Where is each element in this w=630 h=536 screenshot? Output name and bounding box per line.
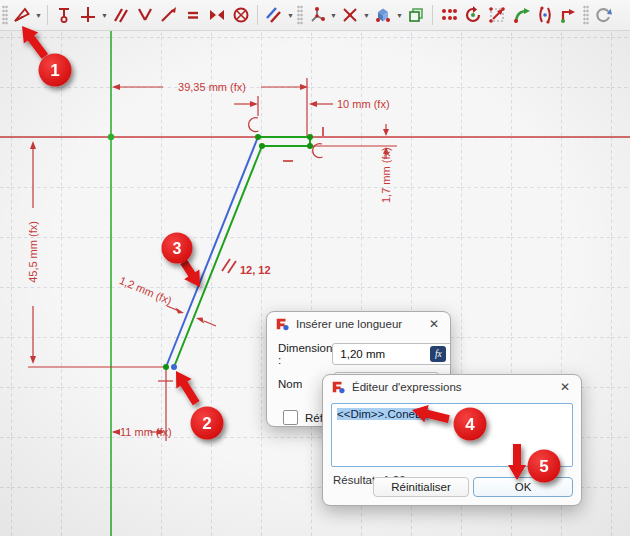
constrain-equal-icon[interactable] xyxy=(181,2,205,28)
rectangular-array-icon[interactable] xyxy=(437,2,461,28)
dimension-dropdown-icon[interactable]: ▼ xyxy=(34,2,43,28)
dimension-label-bottom-offset[interactable]: 11 mm (fx) xyxy=(120,426,172,438)
toolbar-separator xyxy=(47,5,48,25)
result-label: Résultat xyxy=(333,474,375,486)
close-icon[interactable]: ✕ xyxy=(426,316,442,332)
dimension-value: 1,20 mm xyxy=(340,348,430,360)
carbon-copy-icon[interactable] xyxy=(404,2,428,28)
dimension-label-left-height[interactable]: 45,5 mm (fx) xyxy=(27,221,39,283)
coincident-tools-icon[interactable] xyxy=(305,2,329,28)
toolbar-grip[interactable] xyxy=(583,5,589,25)
freecad-logo-icon xyxy=(275,317,289,331)
construction-point[interactable] xyxy=(171,364,177,370)
dimension-label-top-width[interactable]: 39,35 mm (fx) xyxy=(178,81,246,93)
toggle-construction-icon[interactable] xyxy=(262,2,286,28)
polar-transform-icon[interactable] xyxy=(461,2,485,28)
ok-button[interactable]: OK xyxy=(473,477,573,497)
toolbar-separator xyxy=(432,5,433,25)
close-icon[interactable]: ✕ xyxy=(557,379,573,395)
expression-input[interactable]: <<Dim>>.ConeEp xyxy=(331,403,573,467)
symmetry-icon[interactable] xyxy=(533,2,557,28)
reference-checkbox[interactable] xyxy=(283,410,298,425)
dimension-row: Dimension : 1,20 mm fx ▲ ▼ xyxy=(278,342,439,366)
construction-dropdown-icon[interactable]: ▼ xyxy=(286,2,295,28)
constrain-angle-icon[interactable] xyxy=(133,2,157,28)
refresh-icon[interactable] xyxy=(591,2,615,28)
dialog-title: Éditeur d'expressions xyxy=(352,381,550,393)
expression-fx-button[interactable]: fx xyxy=(430,346,446,362)
horizontal-vertical-dropdown-icon[interactable]: ▼ xyxy=(100,2,109,28)
trim-edge-icon[interactable] xyxy=(338,2,362,28)
dimension-input[interactable]: 1,20 mm fx xyxy=(332,343,451,365)
expression-editor-dialog: Éditeur d'expressions ✕ <<Dim>>.ConeEp R… xyxy=(322,374,582,506)
dialog-title: Insérer une longueur xyxy=(296,318,419,330)
external-dropdown-icon[interactable]: ▼ xyxy=(395,2,404,28)
constrain-block-icon[interactable] xyxy=(229,2,253,28)
coincident-dropdown-icon[interactable]: ▼ xyxy=(329,2,338,28)
parallel-constraint-label[interactable]: 12, 12 xyxy=(240,264,271,276)
offset-geometry-icon[interactable] xyxy=(509,2,533,28)
external-geometry-icon[interactable] xyxy=(371,2,395,28)
toolbar-separator xyxy=(257,5,258,25)
trim-dropdown-icon[interactable]: ▼ xyxy=(362,2,371,28)
constrain-tangent-icon[interactable] xyxy=(157,2,181,28)
insert-length-titlebar[interactable]: Insérer une longueur ✕ xyxy=(267,312,450,336)
origin-point[interactable] xyxy=(108,134,114,140)
constrain-horizontal-vertical-icon[interactable] xyxy=(76,2,100,28)
move-polyline-icon[interactable] xyxy=(557,2,581,28)
expression-editor-titlebar[interactable]: Éditeur d'expressions ✕ xyxy=(323,375,581,399)
dimension-label: Dimension : xyxy=(278,342,332,366)
dimension-label-edge-thickness[interactable]: 1,7 mm (fx) xyxy=(380,147,392,203)
reset-button[interactable]: Réinitialiser xyxy=(373,477,469,497)
dimension-label-right-offset[interactable]: 10 mm (fx) xyxy=(337,98,390,110)
toolbar-grip[interactable] xyxy=(297,5,303,25)
constrain-parallel-icon[interactable] xyxy=(109,2,133,28)
sketcher-toolbar: ▼ ▼ ▼ ▼ ▼ ▼ xyxy=(0,0,630,31)
constrain-symmetric-icon[interactable] xyxy=(205,2,229,28)
freecad-logo-icon xyxy=(331,380,345,394)
scale-transform-icon[interactable] xyxy=(485,2,509,28)
constrain-distance-vertical-icon[interactable] xyxy=(52,2,76,28)
toolbar-grip[interactable] xyxy=(2,5,8,25)
expression-text: <<Dim>>.ConeEp xyxy=(337,408,429,420)
constrain-dimension-icon[interactable] xyxy=(10,2,34,28)
